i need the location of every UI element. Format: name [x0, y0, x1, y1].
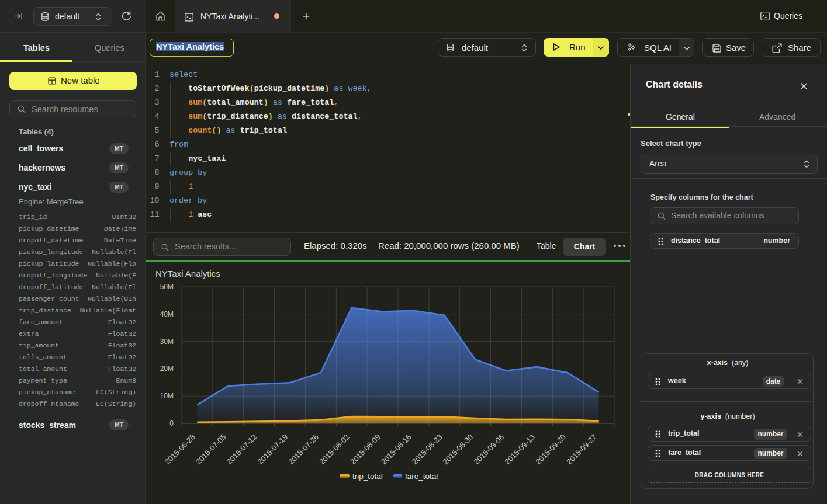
svg-text:10M: 10M — [160, 392, 174, 400]
svg-text:2015-06-28: 2015-06-28 — [163, 433, 197, 467]
svg-text:trip_total: trip_total — [352, 472, 383, 481]
svg-text:2015-08-30: 2015-08-30 — [441, 433, 475, 467]
svg-text:2015-07-12: 2015-07-12 — [225, 433, 259, 467]
svg-text:2015-09-06: 2015-09-06 — [472, 433, 506, 467]
svg-text:40M: 40M — [160, 310, 174, 318]
svg-text:2015-07-05: 2015-07-05 — [194, 433, 228, 467]
svg-text:0: 0 — [169, 419, 174, 427]
svg-text:2015-08-02: 2015-08-02 — [317, 433, 351, 467]
svg-text:2015-08-16: 2015-08-16 — [379, 433, 413, 467]
svg-text:2015-07-26: 2015-07-26 — [286, 433, 320, 467]
svg-text:2015-09-20: 2015-09-20 — [534, 433, 568, 467]
svg-text:2015-09-13: 2015-09-13 — [503, 433, 537, 467]
svg-text:NYTaxi Analytics: NYTaxi Analytics — [155, 269, 220, 279]
svg-text:2015-08-23: 2015-08-23 — [410, 433, 444, 467]
svg-text:30M: 30M — [160, 338, 174, 346]
svg-text:2015-07-19: 2015-07-19 — [255, 433, 289, 467]
svg-text:2015-09-27: 2015-09-27 — [565, 433, 598, 467]
svg-text:fare_total: fare_total — [405, 472, 438, 481]
svg-text:20M: 20M — [160, 364, 174, 373]
svg-text:50M: 50M — [160, 283, 174, 291]
svg-text:2015-08-09: 2015-08-09 — [348, 433, 382, 467]
